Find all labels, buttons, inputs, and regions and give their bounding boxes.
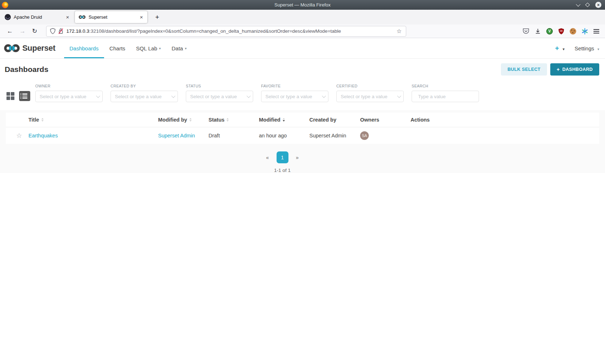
status-select[interactable]: Select or type a value bbox=[186, 91, 253, 102]
pagination-prev-button[interactable]: « bbox=[266, 155, 269, 160]
reload-button[interactable]: ↻ bbox=[29, 27, 40, 36]
column-header-modified-by[interactable]: Modified by bbox=[158, 117, 209, 123]
pagination-summary: 1-1 of 1 bbox=[0, 168, 579, 173]
created-by-cell: Superset Admin bbox=[309, 133, 360, 138]
downloads-icon[interactable] bbox=[535, 28, 541, 34]
search-box[interactable] bbox=[412, 91, 479, 102]
nav-label: Dashboards bbox=[70, 45, 99, 51]
search-input[interactable] bbox=[418, 94, 482, 99]
pagination-page-1-button[interactable]: 1 bbox=[277, 151, 288, 163]
nav-item-charts[interactable]: Charts bbox=[104, 38, 131, 58]
new-dashboard-button[interactable]: + DASHBOARD bbox=[550, 63, 599, 76]
list-view-toggle-icon[interactable] bbox=[19, 91, 30, 101]
tab-superset[interactable]: Superset × bbox=[75, 11, 147, 23]
tab-label: Apache Druid bbox=[14, 14, 64, 20]
filter-label: CREATED BY bbox=[111, 84, 178, 88]
chevron-down-icon bbox=[96, 94, 100, 98]
chevron-down-icon bbox=[247, 94, 251, 98]
asterisk-extension-icon[interactable] bbox=[582, 28, 588, 35]
owner-select[interactable]: Select or type a value bbox=[35, 91, 103, 102]
window-close-icon[interactable]: × bbox=[595, 2, 601, 8]
filter-search: SEARCH bbox=[412, 84, 479, 102]
sort-icon bbox=[189, 118, 192, 122]
url-path: :32108/dashboard/list/?pageIndex=0&sortC… bbox=[89, 28, 341, 34]
column-header-title[interactable]: Title bbox=[28, 117, 158, 123]
browser-toolbar: ← → ↻ 172.18.0.3:32108/dashboard/list/?p… bbox=[0, 24, 605, 38]
column-header-actions: Actions bbox=[411, 117, 599, 123]
chevron-down-icon: ▾ bbox=[563, 47, 565, 51]
column-label: Title bbox=[28, 117, 39, 123]
select-placeholder: Select or type a value bbox=[190, 94, 247, 99]
chevron-down-icon bbox=[322, 94, 326, 98]
column-label: Modified bbox=[259, 117, 281, 123]
window-minimize-icon[interactable] bbox=[576, 2, 581, 7]
ublock-shield-icon[interactable]: UO bbox=[558, 28, 564, 35]
owner-avatar[interactable]: SA bbox=[360, 131, 369, 140]
tab-close-icon[interactable]: × bbox=[138, 14, 144, 20]
column-header-status[interactable]: Status bbox=[209, 117, 259, 123]
new-item-menu[interactable]: + ▾ bbox=[555, 44, 564, 52]
column-label: Status bbox=[209, 117, 224, 123]
dashboards-table: Title Modified by Status Modified Create… bbox=[6, 113, 599, 144]
nav-item-dashboards[interactable]: Dashboards bbox=[64, 38, 104, 58]
modified-by-link[interactable]: Superset Admin bbox=[158, 133, 195, 138]
settings-label: Settings bbox=[575, 45, 594, 51]
tab-close-icon[interactable]: × bbox=[64, 14, 71, 20]
menu-hamburger-icon[interactable] bbox=[593, 29, 599, 33]
bookmark-star-icon[interactable]: ☆ bbox=[396, 28, 402, 35]
back-button[interactable]: ← bbox=[4, 27, 16, 36]
favorite-star-icon[interactable]: ☆ bbox=[16, 132, 22, 140]
new-tab-button[interactable]: + bbox=[152, 13, 162, 22]
pagination: « 1 » bbox=[0, 151, 579, 163]
filter-favorite: FAVORITE Select or type a value bbox=[261, 84, 328, 102]
nav-item-sql-lab[interactable]: SQL Lab ▾ bbox=[131, 38, 166, 58]
nav-label: Data bbox=[172, 45, 183, 51]
list-icon bbox=[22, 94, 27, 99]
select-placeholder: Select or type a value bbox=[115, 94, 171, 99]
shield-icon[interactable] bbox=[50, 28, 55, 34]
page-title: Dashboards bbox=[5, 65, 48, 74]
tab-apache-druid[interactable]: Apache Druid × bbox=[1, 11, 73, 23]
column-header-modified[interactable]: Modified bbox=[259, 117, 309, 123]
cookie-extension-icon[interactable] bbox=[570, 28, 576, 35]
certified-select[interactable]: Select or type a value bbox=[336, 91, 404, 102]
window-maximize-icon[interactable] bbox=[585, 3, 590, 7]
column-label: Actions bbox=[411, 117, 430, 123]
dashboard-title-link[interactable]: Earthquakes bbox=[28, 133, 58, 138]
chevron-down-icon bbox=[397, 94, 401, 98]
page-header: Dashboards BULK SELECT + DASHBOARD bbox=[0, 59, 605, 78]
select-placeholder: Select or type a value bbox=[40, 94, 96, 99]
created-by-select[interactable]: Select or type a value bbox=[111, 91, 178, 102]
chevron-down-icon bbox=[171, 94, 175, 98]
bulk-select-button[interactable]: BULK SELECT bbox=[501, 63, 547, 76]
privacy-extension-icon[interactable]: V bbox=[546, 28, 553, 35]
content-area: Title Modified by Status Modified Create… bbox=[0, 110, 605, 173]
modified-cell: an hour ago bbox=[259, 133, 309, 138]
url-bar[interactable]: 172.18.0.3:32108/dashboard/list/?pageInd… bbox=[46, 26, 406, 37]
chevron-down-icon: ▾ bbox=[159, 46, 161, 50]
filter-label: CERTIFIED bbox=[336, 84, 404, 88]
filter-created-by: CREATED BY Select or type a value bbox=[111, 84, 178, 102]
insecure-lock-icon[interactable] bbox=[58, 28, 63, 34]
filter-label: SEARCH bbox=[412, 84, 479, 88]
nav-item-data[interactable]: Data ▾ bbox=[166, 38, 192, 58]
pagination-next-button[interactable]: » bbox=[296, 155, 299, 160]
column-label: Modified by bbox=[158, 117, 187, 123]
filter-status: STATUS Select or type a value bbox=[186, 84, 253, 102]
filter-label: FAVORITE bbox=[261, 84, 328, 88]
pocket-icon[interactable] bbox=[523, 28, 529, 34]
window-title: Superset — Mozilla Firefox bbox=[0, 2, 605, 8]
window-titlebar: Superset — Mozilla Firefox × bbox=[0, 0, 605, 10]
forward-button[interactable]: → bbox=[16, 27, 29, 36]
settings-menu[interactable]: Settings ▾ bbox=[575, 45, 599, 51]
filter-bar: OWNER Select or type a value CREATED BY … bbox=[0, 78, 605, 110]
svg-text:UO: UO bbox=[560, 29, 563, 32]
favorite-select[interactable]: Select or type a value bbox=[261, 91, 328, 102]
sort-icon bbox=[227, 118, 229, 122]
brand-name: Superset bbox=[22, 44, 55, 53]
sort-desc-icon bbox=[283, 118, 285, 122]
nav-label: Charts bbox=[109, 45, 125, 51]
chevron-down-icon: ▾ bbox=[185, 46, 187, 50]
superset-brand[interactable]: Superset bbox=[4, 38, 55, 58]
card-view-toggle-icon[interactable] bbox=[6, 92, 14, 100]
